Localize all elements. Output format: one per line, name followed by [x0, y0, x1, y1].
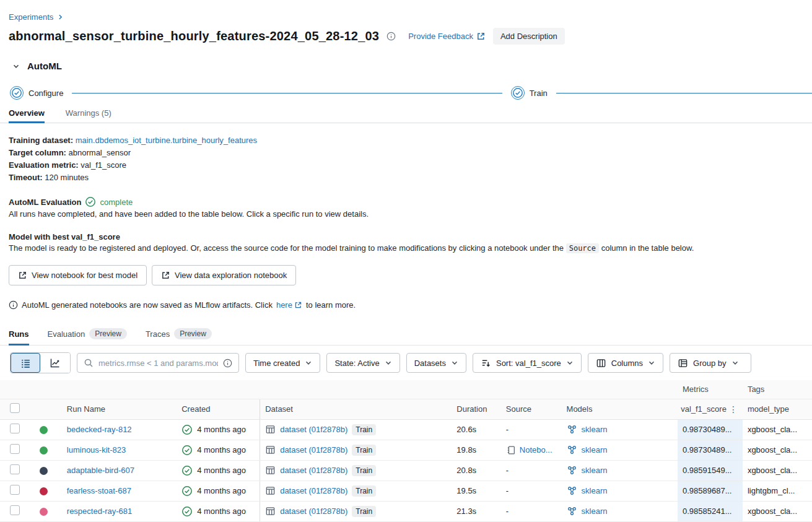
run-name-link[interactable]: luminous-kit-823 — [67, 445, 126, 455]
complete-check-icon — [85, 196, 96, 207]
time-created-filter[interactable]: Time created — [245, 353, 320, 373]
column-header-models[interactable]: Models — [562, 399, 678, 419]
chevron-right-icon — [57, 14, 64, 20]
duration-value: 19.8s — [452, 440, 500, 460]
dataset-link[interactable]: dataset (01f2878b) — [280, 445, 347, 455]
list-icon — [20, 357, 32, 369]
automl-section-header[interactable]: AutoML — [0, 45, 812, 71]
stepper-line — [72, 93, 502, 94]
table-header-row: Run Name Created Dataset Duration Source… — [0, 399, 812, 419]
datasets-filter[interactable]: Datasets — [406, 353, 466, 373]
chart-view-button[interactable] — [40, 353, 70, 373]
notebooks-note-text-2: to learn more. — [306, 300, 356, 310]
dataset-link[interactable]: dataset (01f2878b) — [280, 507, 347, 516]
time-created-label: Time created — [253, 359, 300, 368]
column-header-source[interactable]: Source — [501, 399, 562, 419]
column-header-dataset[interactable]: Dataset — [260, 399, 452, 419]
sort-dropdown[interactable]: Sort: val_f1_score — [473, 353, 582, 373]
timeout-value: 120 minutes — [45, 173, 89, 182]
dataset-train-tag: Train — [352, 506, 376, 517]
breadcrumb: Experiments — [0, 0, 812, 22]
column-header-val-f1-score[interactable]: val_f1_score ⋮ — [678, 399, 743, 419]
select-all-checkbox[interactable] — [10, 403, 20, 413]
search-info-icon[interactable] — [223, 359, 232, 368]
table-row[interactable]: luminous-kit-823 4 months ago dataset (0… — [0, 440, 812, 460]
overview-content: Training dataset: main.dbdemos_iot_turbi… — [0, 123, 812, 310]
table-row[interactable]: respected-ray-681 4 months ago dataset (… — [0, 501, 812, 521]
preview-badge: Preview — [174, 328, 212, 339]
info-icon — [9, 300, 18, 310]
step-train: Train — [511, 86, 548, 100]
model-type-value: lightgbm_cl... — [743, 481, 812, 501]
tab-runs[interactable]: Runs — [9, 328, 29, 345]
model-link[interactable]: sklearn — [582, 466, 608, 475]
source-code-chip: Source — [566, 243, 599, 253]
kebab-menu-icon[interactable]: ⋮ — [729, 404, 738, 414]
finished-check-icon — [181, 485, 193, 497]
table-row[interactable]: bedecked-ray-812 4 months ago dataset (0… — [0, 419, 812, 440]
configure-check-icon — [10, 86, 24, 100]
column-header-run-name[interactable]: Run Name — [62, 399, 177, 419]
source-notebook-link[interactable]: Notebo... — [520, 445, 552, 455]
group-by-icon — [678, 358, 688, 368]
external-link-icon — [476, 32, 486, 41]
dataset-link[interactable]: dataset (01f2878b) — [280, 486, 347, 495]
run-name-link[interactable]: respected-ray-681 — [67, 507, 133, 516]
view-notebook-best-model-button[interactable]: View notebook for best model — [9, 265, 147, 285]
tab-traces-label: Traces — [146, 329, 170, 339]
info-icon[interactable] — [386, 32, 396, 41]
training-dataset-link[interactable]: main.dbdemos_iot_turbine.turbine_hourly_… — [76, 136, 257, 145]
column-header-duration[interactable]: Duration — [452, 399, 500, 419]
provide-feedback-link[interactable]: Provide Feedback — [408, 32, 486, 41]
model-link[interactable]: sklearn — [582, 445, 608, 455]
add-description-button[interactable]: Add Description — [493, 28, 565, 45]
notebook-buttons: View notebook for best model View data e… — [9, 265, 803, 285]
row-checkbox[interactable] — [10, 464, 20, 474]
run-name-link[interactable]: bedecked-ray-812 — [67, 425, 132, 434]
evaluation-status: complete — [100, 198, 133, 207]
model-icon — [567, 445, 577, 455]
datasets-filter-label: Datasets — [414, 359, 446, 368]
duration-value: 20.8s — [452, 460, 500, 481]
list-view-button[interactable] — [11, 353, 40, 373]
run-name-link[interactable]: adaptable-bird-607 — [67, 466, 134, 475]
status-column-header — [25, 399, 62, 419]
breadcrumb-experiments-link[interactable]: Experiments — [9, 12, 53, 22]
table-row[interactable]: adaptable-bird-607 4 months ago dataset … — [0, 460, 812, 481]
row-checkbox[interactable] — [10, 444, 20, 454]
view-data-exploration-button[interactable]: View data exploration notebook — [152, 265, 296, 285]
column-header-model-type[interactable]: model_type — [743, 399, 812, 419]
row-checkbox[interactable] — [10, 424, 20, 433]
tab-evaluation[interactable]: Evaluation Preview — [48, 328, 127, 345]
row-checkbox[interactable] — [10, 485, 20, 495]
source-value: - — [501, 501, 562, 521]
model-link[interactable]: sklearn — [582, 486, 608, 495]
table-row[interactable]: fearless-stoat-687 4 months ago dataset … — [0, 481, 812, 501]
row-checkbox[interactable] — [10, 505, 20, 515]
dataset-train-tag: Train — [352, 465, 376, 476]
model-link[interactable]: sklearn — [582, 507, 608, 516]
runs-search-input[interactable] — [98, 359, 218, 368]
columns-dropdown[interactable]: Columns — [588, 353, 663, 373]
model-icon — [567, 506, 577, 516]
column-header-created[interactable]: Created — [177, 399, 260, 419]
chart-icon — [50, 357, 61, 368]
group-by-dropdown[interactable]: Group by — [670, 353, 751, 373]
dataset-link[interactable]: dataset (01f2878b) — [280, 466, 347, 475]
run-name-link[interactable]: fearless-stoat-687 — [67, 486, 131, 495]
run-status-dot — [40, 487, 48, 495]
model-link[interactable]: sklearn — [582, 425, 608, 434]
dataset-link[interactable]: dataset (01f2878b) — [280, 425, 347, 434]
columns-icon — [596, 358, 606, 368]
val-f1-score-value: 0.98591549... — [678, 460, 743, 481]
tab-traces[interactable]: Traces Preview — [146, 328, 212, 345]
learn-more-link[interactable]: here — [276, 300, 302, 310]
chevron-down-icon[interactable] — [12, 63, 20, 70]
tab-warnings[interactable]: Warnings (5) — [66, 108, 111, 123]
state-filter[interactable]: State: Active — [326, 353, 399, 373]
tab-overview[interactable]: Overview — [9, 108, 45, 123]
created-value: 4 months ago — [197, 445, 246, 455]
source-value: - — [501, 419, 562, 440]
dataset-train-tag: Train — [352, 424, 376, 435]
chevron-down-icon — [305, 359, 312, 367]
